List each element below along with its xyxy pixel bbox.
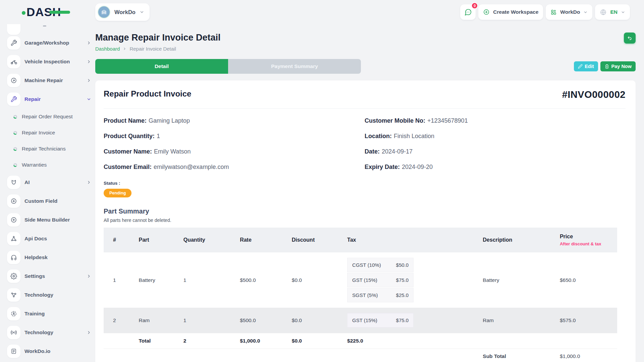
cell-part: Battery [129, 252, 174, 308]
globe-icon [600, 9, 607, 16]
chevron-right-icon [87, 330, 91, 335]
api-nodes-icon [7, 232, 20, 245]
sidebar-item-workdo-io[interactable]: WorkDo.io [0, 342, 95, 361]
account-menu-label: WorkDo [560, 9, 580, 15]
chat-bubble-icon [464, 8, 472, 16]
status-label: Status : [104, 181, 626, 186]
sidebar-item-repair[interactable]: Repair [0, 90, 95, 109]
chevron-down-icon [621, 10, 625, 14]
sidebar-item-api-docs[interactable]: Api Docs [0, 229, 95, 248]
sidebar-item-garage-workshop[interactable]: Garage/Workshop [0, 34, 95, 52]
col-rate: Rate [230, 228, 282, 252]
cell-part: Ram [129, 308, 174, 333]
tab-detail[interactable]: Detail [95, 59, 228, 74]
sidebar-item-partial[interactable] [7, 24, 20, 35]
main-content: Manage Repair Invoice Detail Dashboard R… [95, 24, 644, 362]
page-title-block: Manage Repair Invoice Detail Dashboard R… [95, 33, 221, 52]
chevron-right-icon [123, 47, 126, 51]
total-label: Total [129, 333, 174, 349]
sidebar-item-technology[interactable]: Technology [0, 286, 95, 304]
language-code: EN [610, 9, 618, 15]
sidebar-item-label: Repair [24, 96, 41, 102]
workspace-switcher[interactable]: WorkDo [95, 3, 150, 21]
breadcrumb: Dashboard Repair Invoice Detail [95, 46, 221, 52]
invoice-card: Repair Product Invoice #INVO000002 Produ… [95, 80, 636, 362]
page-title: Manage Repair Invoice Detail [95, 33, 221, 43]
sidebar-item-side-menu-builder[interactable]: Side Menu Builder [0, 210, 95, 229]
create-workspace-button[interactable]: Create Workspace [478, 4, 543, 20]
messages-button[interactable]: 0 [460, 4, 476, 20]
logo-bar-icon [49, 11, 70, 14]
breadcrumb-current: Repair Invoice Detail [129, 46, 176, 52]
sidebar-item-technology-2[interactable]: Technology [0, 323, 95, 342]
brand-logo[interactable]: DASH [22, 5, 95, 19]
sidebar-item-label: Technology [24, 292, 53, 298]
hub-icon [7, 288, 20, 302]
tab-bar: Detail Payment Summary [95, 59, 361, 74]
chevron-down-icon [583, 10, 588, 14]
parts-table: # Part Quantity Rate Discount Tax Descri… [104, 228, 617, 362]
cell-tax: GST (15%) $75.0 [338, 308, 473, 333]
tax-breakdown: GST (15%) $75.0 [347, 313, 414, 327]
invoice-card-title: Repair Product Invoice [104, 89, 191, 99]
sidebar-item-label: WorkDo.io [24, 348, 50, 354]
total-rate: $1,000.0 [230, 333, 282, 349]
col-quantity: Quantity [174, 228, 230, 252]
cell-price: $650.0 [550, 252, 617, 308]
sidebar-subitem-repair-order-request[interactable]: Repair Order Request [0, 109, 95, 125]
total-quantity: 2 [174, 333, 230, 349]
sidebar-item-training[interactable]: Training [0, 304, 95, 323]
sidebar-item-settings[interactable]: Settings [0, 267, 95, 286]
bullet-ring-icon [13, 147, 17, 151]
sidebar-item-vehicle-inspection[interactable]: Vehicle Inspection [0, 52, 95, 71]
sidebar-item-custom-field[interactable]: Custom Field [0, 192, 95, 210]
invoice-dollar-icon: $ [604, 64, 609, 69]
chevron-down-icon [87, 97, 91, 102]
topbar: DASH WorkDo 0 Create Workspace WorkDo [0, 0, 644, 24]
tax-amount: $50.0 [396, 262, 409, 268]
pay-now-button[interactable]: $ Pay Now [600, 61, 636, 71]
edit-button[interactable]: Edit [574, 61, 598, 71]
sidebar-item-partial-label [43, 25, 46, 26]
part-summary-note: All parts here cannot be deleted. [104, 218, 626, 223]
tax-name: SGST (5%) [352, 292, 378, 298]
sidebar-item-label: Custom Field [24, 198, 57, 204]
tax-line-sgst: SGST (5%) $25.0 [347, 288, 414, 302]
sidebar-nav: Garage/Workshop Vehicle Inspection Machi… [0, 24, 95, 362]
cell-discount: $0.0 [282, 252, 338, 308]
subtotal-value: $1,000.0 [550, 349, 617, 362]
chevron-right-icon [87, 59, 91, 64]
invoice-fields: Product Name:Gaming Laptop Customer Mobi… [104, 117, 626, 171]
sidebar-item-label: Side Menu Builder [24, 217, 70, 223]
account-menu-button[interactable]: WorkDo [546, 4, 592, 20]
wrench-icon [7, 93, 20, 106]
sidebar-subitem-repair-invoice[interactable]: Repair Invoice [0, 125, 95, 141]
gear-icon [7, 269, 20, 283]
sidebar-subitem-warranties[interactable]: Warranties [0, 157, 95, 173]
field-location: Location:Finish Location [365, 133, 626, 140]
sidebar-item-label: Technology [24, 329, 53, 336]
sidebar-item-label: Settings [24, 273, 45, 279]
breadcrumb-dashboard-link[interactable]: Dashboard [95, 46, 120, 52]
invoice-number: #INVO000002 [562, 89, 626, 100]
plus-circle-icon [7, 213, 20, 227]
pencil-icon [578, 64, 583, 69]
plus-circle-icon [7, 194, 20, 208]
chevron-right-icon [87, 78, 91, 83]
return-back-button[interactable] [624, 33, 636, 44]
col-part: Part [129, 228, 174, 252]
sidebar-subitem-repair-technicians[interactable]: Repair Technicians [0, 141, 95, 157]
sidebar-item-ai[interactable]: AI [0, 173, 95, 192]
document-icon [7, 345, 20, 358]
tax-amount: $75.0 [396, 277, 409, 283]
col-description: Description [473, 228, 550, 252]
tab-payment-summary[interactable]: Payment Summary [228, 59, 361, 74]
bullet-ring-icon [13, 115, 17, 119]
motorcycle-icon [7, 55, 20, 68]
sidebar-item-helpdesk[interactable]: Helpdesk [0, 248, 95, 267]
sidebar-item-machine-repair[interactable]: Machine Repair [0, 71, 95, 90]
sidebar-item-label: Api Docs [24, 236, 47, 242]
layout: Garage/Workshop Vehicle Inspection Machi… [0, 24, 644, 362]
language-selector[interactable]: EN [595, 4, 630, 20]
cell-rate: $500.0 [230, 252, 282, 308]
